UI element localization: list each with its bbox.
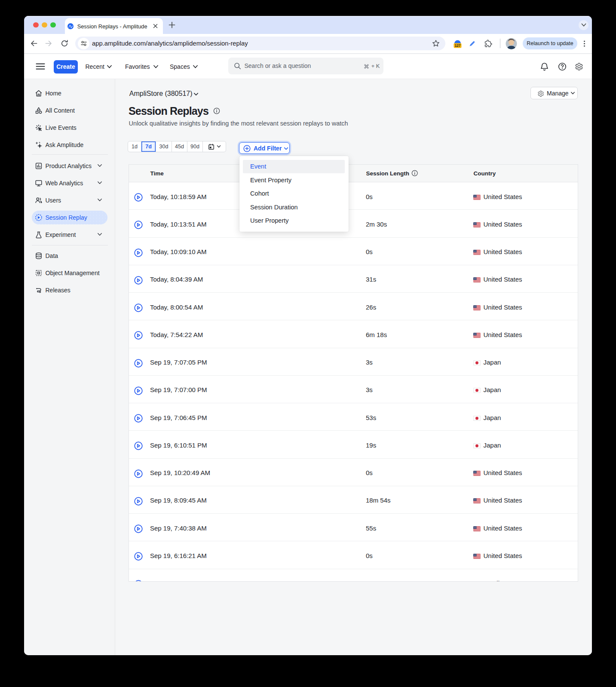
svg-text:127: 127 [455,44,461,48]
